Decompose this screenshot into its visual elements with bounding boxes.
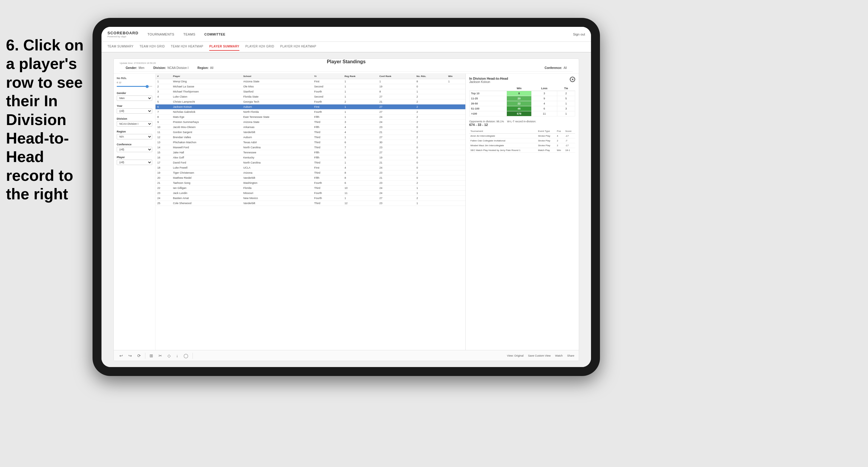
subnav-player-summary[interactable]: PLAYER SUMMARY [209,43,239,51]
share-button[interactable]: Share [567,354,574,357]
subnav-player-h2h-grid[interactable]: PLAYER H2H GRID [245,43,274,50]
table-row[interactable]: 4 Luke Claton Florida State Second 1 27 … [156,94,465,99]
cell-win [446,140,465,145]
opponents-label: Opponents in division: [469,120,496,123]
col-reg-rank[interactable]: Reg Rank [343,74,378,79]
cell-school: Tennessee [242,150,312,155]
table-row[interactable]: 12 Brendan Valles Auburn Third 1 27 2 [156,135,465,140]
cell-rds: 2 [414,170,446,176]
watch-button[interactable]: Watch [555,354,563,357]
table-row[interactable]: 23 Jack Lundin Missouri Fourth 11 24 1 [156,191,465,196]
col-no-rds[interactable]: No. Rds. [414,74,446,79]
table-row[interactable]: 17 David Ford North Carolina Third 1 21 … [156,160,465,165]
col-win[interactable]: Win [446,74,465,79]
cell-win: 1 [446,79,465,84]
redo-button[interactable]: ↪ [127,353,133,359]
col-rank[interactable]: # [156,74,171,79]
cell-win [446,125,465,130]
subnav-player-h2h-heatmap[interactable]: PLAYER H2H HEATMAP [280,43,316,50]
table-row[interactable]: 25 Cole Sherwood Vanderbilt Third 12 23 … [156,201,465,206]
table-row[interactable]: 5 Christo Lamprecht Georgia Tech Fourth … [156,99,465,104]
cell-rds: 0 [414,150,446,155]
view-original-button[interactable]: View: Original [507,354,524,357]
table-row[interactable]: 7 Nicholas Gabrelcik North Florida Fourt… [156,110,465,115]
cell-reg: 4 [343,130,378,135]
cell-win [446,186,465,191]
table-row[interactable]: 20 Matthew Riedel Vanderbilt Fifth 8 21 … [156,176,465,181]
table-row[interactable]: 8 Mats Ege East Tennessee State Fifth 1 … [156,115,465,120]
table-row[interactable]: 3 Michael Thorbjornsen Stanford Fourth 1… [156,89,465,94]
division-select[interactable]: NCAA Division I [117,121,152,127]
table-row[interactable]: 14 Maxwell Ford North Carolina Third 7 2… [156,145,465,150]
refresh-button[interactable]: ⟳ [136,353,142,359]
cell-win [446,160,465,165]
table-row[interactable]: 9 Preston Summerhays Arizona State Third… [156,120,465,125]
filter-row: Gender: Men Division: NCAA Division I Re… [120,64,573,72]
table-row[interactable]: 19 Tiger Christensen Arizona Third 8 23 … [156,170,465,176]
diamond-button[interactable]: ◇ [166,353,172,359]
download-button[interactable]: ↓ [175,353,179,359]
table-row[interactable]: 16 Alex Goff Kentucky Fifth 8 19 0 [156,155,465,160]
t-pos: 2 [556,143,564,148]
cell-reg: 1 [343,89,378,94]
h2h-col-range [469,86,507,91]
cell-conf: 30 [378,140,414,145]
t-pos: Win [556,148,564,153]
nav-committee[interactable]: COMMITTEE [205,31,226,37]
t-type: Match Play [537,148,556,153]
col-yr[interactable]: Yr [312,74,343,79]
undo-button[interactable]: ↩ [118,353,124,359]
nav-tournaments[interactable]: TOURNAMENTS [148,31,174,37]
h2h-tie: 3 [557,106,575,111]
cell-win [446,155,465,160]
col-conf-rank[interactable]: Conf Rank [378,74,414,79]
table-row[interactable]: 2 Michael La Sasse Ole Miss Second 1 19 … [156,84,465,89]
cell-player: Wenyi Ding [171,79,242,84]
t-col-pos: Pos [556,129,564,134]
table-row[interactable]: 24 Bastien Amat New Mexico Fourth 1 27 2 [156,196,465,201]
circle-button[interactable]: ◯ [182,353,190,359]
conference-select[interactable]: (All) [117,147,152,152]
table-row[interactable]: 21 Taehoon Song Washington Fourth 6 23 2 [156,181,465,186]
h2h-tie: 2 [557,91,575,96]
col-school[interactable]: School [242,74,312,79]
cell-win [446,94,465,99]
cell-player: Christo Lamprecht [171,99,242,104]
save-custom-button[interactable]: Save Custom View [528,354,551,357]
grid-button[interactable]: ⊞ [148,353,154,359]
cut-button[interactable]: ✂ [157,353,163,359]
cell-rds: 1 [414,191,446,196]
subnav-team-summary[interactable]: TEAM SUMMARY [107,43,134,50]
table-row[interactable]: 13 Phichaksn Maichon Texas A&M Third 6 3… [156,140,465,145]
year-select[interactable]: (All) [117,108,152,114]
h2h-range: 51-100 [469,106,507,111]
region-select[interactable]: N/A [117,134,152,139]
h2h-close-button[interactable]: ✕ [570,77,575,82]
table-row[interactable]: 22 Ian Gilligan Florida Third 10 24 1 [156,186,465,191]
cell-conf: 24 [378,115,414,120]
table-row[interactable]: 10 Jacob Mou-Olesen Arkansas Fifth 4 23 … [156,125,465,130]
cell-conf: 21 [378,176,414,181]
nav-teams[interactable]: TEAMS [183,31,195,37]
cell-win [446,115,465,120]
subnav-team-h2h-heatmap[interactable]: TEAM H2H HEATMAP [171,43,203,50]
gender-select[interactable]: Men [117,95,152,101]
cell-yr: Fifth [312,155,343,160]
player-select[interactable]: (All) [117,160,152,165]
table-row[interactable]: 15 Jake Hall Tennessee Fifth 1 27 0 [156,150,465,155]
subnav-team-h2h-grid[interactable]: TEAM H2H GRID [140,43,165,50]
cell-school: Texas A&M [242,140,312,145]
cell-win [446,181,465,186]
table-row[interactable]: 6 Jackson Koivun Auburn First 1 27 2 [156,104,465,110]
cell-reg: 1 [343,150,378,155]
cell-reg: 1 [343,160,378,165]
table-row[interactable]: 18 Luke Powell UCLA First 4 24 0 [156,165,465,170]
cell-school: Vanderbilt [242,130,312,135]
col-player[interactable]: Player [171,74,242,79]
table-row[interactable]: 1 Wenyi Ding Arizona State First 1 1 8 1 [156,79,465,84]
cell-rds: 2 [414,115,446,120]
table-row[interactable]: 11 Gordon Sargent Vanderbilt Third 4 21 … [156,130,465,135]
sign-out-button[interactable]: Sign out [573,33,585,36]
t-score: 18-1 [564,148,575,153]
range-slider[interactable] [117,86,152,87]
